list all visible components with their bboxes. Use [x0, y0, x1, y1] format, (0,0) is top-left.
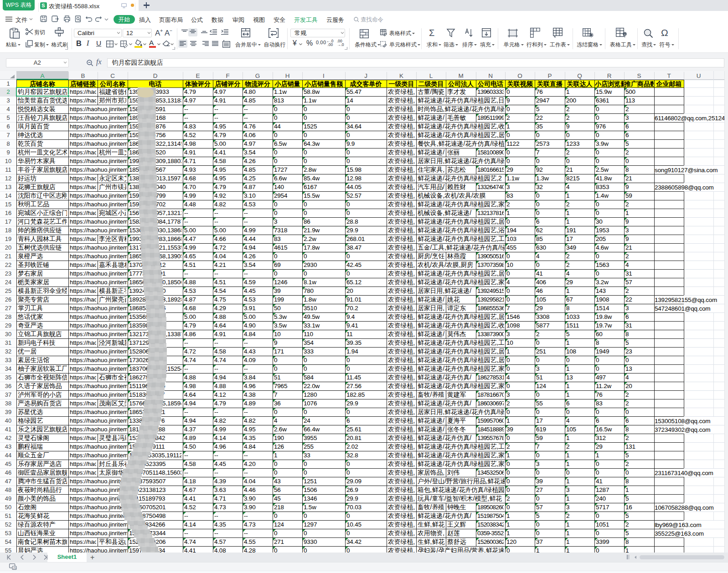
svg-text:JS: JS — [13, 567, 16, 569]
